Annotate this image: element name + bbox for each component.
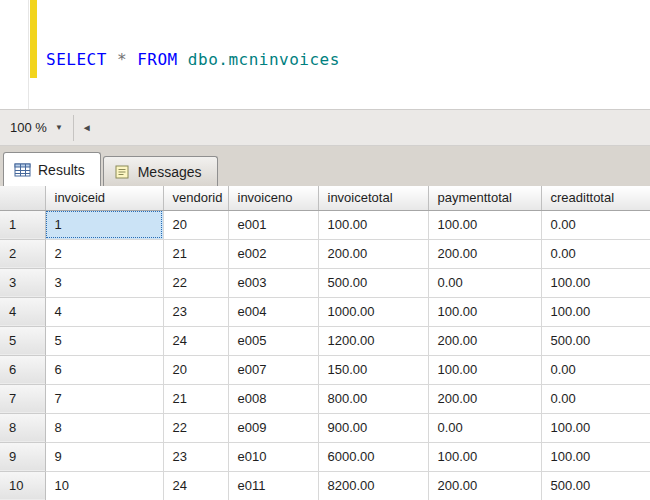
tab-results[interactable]: Results [3, 152, 101, 186]
grid-cell[interactable]: 6 [45, 355, 163, 384]
column-header-creadittotal[interactable]: creadittotal [541, 186, 650, 210]
zoom-dropdown[interactable]: 100 % ▼ [2, 115, 73, 141]
tab-messages[interactable]: Messages [103, 156, 218, 186]
grid-cell[interactable]: 1 [45, 210, 163, 239]
grid-cell[interactable]: 22 [163, 413, 228, 442]
grid-cell[interactable]: 6000.00 [318, 442, 428, 471]
grid-cell[interactable]: 21 [163, 384, 228, 413]
grid-cell[interactable]: 100.00 [318, 210, 428, 239]
row-header[interactable]: 9 [0, 442, 45, 471]
editor-gutter-divider [28, 0, 29, 109]
grid-cell[interactable]: 23 [163, 297, 228, 326]
grid-cell[interactable]: 0.00 [428, 413, 541, 442]
table-row: 8822e009900.000.00100.00 [0, 413, 650, 442]
column-header-invoiceno[interactable]: invoiceno [228, 186, 318, 210]
grid-cell[interactable]: e002 [228, 239, 318, 268]
row-header[interactable]: 1 [0, 210, 45, 239]
table-row: 101024e0118200.00200.00500.00 [0, 471, 650, 500]
grid-cell[interactable]: 100.00 [541, 442, 650, 471]
column-header-vendorid[interactable]: vendorid [163, 186, 228, 210]
row-header[interactable]: 4 [0, 297, 45, 326]
row-header[interactable]: 8 [0, 413, 45, 442]
row-header[interactable]: 5 [0, 326, 45, 355]
grid-cell[interactable]: 24 [163, 471, 228, 500]
grid-cell[interactable]: e009 [228, 413, 318, 442]
grid-cell[interactable]: 1200.00 [318, 326, 428, 355]
grid-cell[interactable]: 500.00 [541, 471, 650, 500]
grid-cell[interactable]: e011 [228, 471, 318, 500]
grid-cell[interactable]: 800.00 [318, 384, 428, 413]
grid-cell[interactable]: 21 [163, 239, 228, 268]
scrollbar-left-arrow-icon[interactable]: ◄ [74, 122, 100, 133]
grid-cell[interactable]: 200.00 [428, 239, 541, 268]
grid-cell[interactable]: 8 [45, 413, 163, 442]
sql-token: dbo.mcninvoices [178, 50, 340, 69]
grid-cell[interactable]: e010 [228, 442, 318, 471]
grid-cell[interactable]: 5 [45, 326, 163, 355]
grid-cell[interactable]: 200.00 [428, 471, 541, 500]
grid-cell[interactable]: 200.00 [318, 239, 428, 268]
editor-bottom-strip: 100 % ▼ ◄ [0, 110, 650, 146]
grid-cell[interactable]: 100.00 [428, 442, 541, 471]
results-tab-strip: Results Messages [0, 146, 650, 186]
grid-cell[interactable]: e008 [228, 384, 318, 413]
grid-cell[interactable]: 24 [163, 326, 228, 355]
table-row: 4423e0041000.00100.00100.00 [0, 297, 650, 326]
grid-cell[interactable]: 500.00 [541, 326, 650, 355]
grid-cell[interactable]: 0.00 [428, 268, 541, 297]
grid-cell[interactable]: 500.00 [318, 268, 428, 297]
sql-editor-pane[interactable]: SELECT * FROM dbo.mcninvoices [0, 0, 650, 110]
grid-cell[interactable]: 9 [45, 442, 163, 471]
table-row: 9923e0106000.00100.00100.00 [0, 442, 650, 471]
grid-cell[interactable]: e003 [228, 268, 318, 297]
sql-token: FROM [137, 50, 178, 69]
tab-messages-label: Messages [138, 164, 202, 180]
grid-cell[interactable]: 2 [45, 239, 163, 268]
grid-cell[interactable]: 7 [45, 384, 163, 413]
grid-cell[interactable]: 0.00 [541, 384, 650, 413]
grid-cell[interactable]: e007 [228, 355, 318, 384]
row-header[interactable]: 7 [0, 384, 45, 413]
grid-cell[interactable]: 23 [163, 442, 228, 471]
grid-cell[interactable]: 0.00 [541, 355, 650, 384]
messages-icon [114, 164, 131, 180]
grid-cell[interactable]: e004 [228, 297, 318, 326]
grid-cell[interactable]: e001 [228, 210, 318, 239]
grid-cell[interactable]: 20 [163, 355, 228, 384]
grid-cell[interactable]: 4 [45, 297, 163, 326]
grid-cell[interactable]: 8200.00 [318, 471, 428, 500]
grid-cell[interactable]: 100.00 [541, 297, 650, 326]
grid-cell[interactable]: 1000.00 [318, 297, 428, 326]
tab-results-label: Results [38, 162, 85, 178]
grid-cell[interactable]: 200.00 [428, 384, 541, 413]
grid-cell[interactable]: 100.00 [428, 297, 541, 326]
grid-cell[interactable]: 200.00 [428, 326, 541, 355]
grid-cell[interactable]: e005 [228, 326, 318, 355]
table-row: 1120e001100.00100.000.00 [0, 210, 650, 239]
grid-cell[interactable]: 10 [45, 471, 163, 500]
grid-cell[interactable]: 100.00 [541, 413, 650, 442]
grid-cell[interactable]: 0.00 [541, 210, 650, 239]
row-header[interactable]: 2 [0, 239, 45, 268]
results-grid: invoiceidvendoridinvoicenoinvoicetotalpa… [0, 186, 650, 500]
column-header-invoicetotal[interactable]: invoicetotal [318, 186, 428, 210]
grid-cell[interactable]: 100.00 [541, 268, 650, 297]
grid-cell[interactable]: 100.00 [428, 355, 541, 384]
column-header-invoiceid[interactable]: invoiceid [45, 186, 163, 210]
grid-cell[interactable]: 3 [45, 268, 163, 297]
select-all-corner[interactable] [0, 186, 45, 210]
sql-query-line[interactable]: SELECT * FROM dbo.mcninvoices [46, 50, 340, 69]
grid-cell[interactable]: 20 [163, 210, 228, 239]
grid-cell[interactable]: 22 [163, 268, 228, 297]
grid-cell[interactable]: 100.00 [428, 210, 541, 239]
grid-cell[interactable]: 0.00 [541, 239, 650, 268]
row-header[interactable]: 3 [0, 268, 45, 297]
table-row: 7721e008800.00200.000.00 [0, 384, 650, 413]
row-header[interactable]: 10 [0, 471, 45, 500]
results-grid-icon [14, 162, 31, 178]
column-header-paymenttotal[interactable]: paymenttotal [428, 186, 541, 210]
grid-body: 1120e001100.00100.000.002221e002200.0020… [0, 210, 650, 500]
grid-cell[interactable]: 150.00 [318, 355, 428, 384]
row-header[interactable]: 6 [0, 355, 45, 384]
grid-cell[interactable]: 900.00 [318, 413, 428, 442]
